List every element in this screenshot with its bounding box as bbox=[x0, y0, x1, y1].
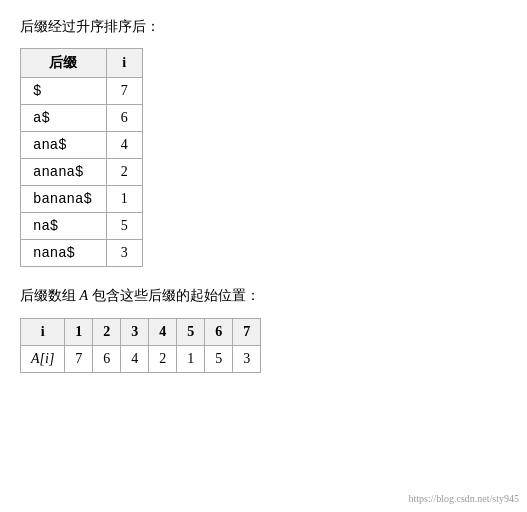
array-value-cell: 5 bbox=[205, 345, 233, 372]
suffix-table-row: na$5 bbox=[21, 213, 143, 240]
array-col-header: 3 bbox=[121, 318, 149, 345]
i-cell: 4 bbox=[106, 132, 142, 159]
i-cell: 6 bbox=[106, 105, 142, 132]
suffix-cell: nana$ bbox=[21, 240, 107, 267]
suffix-cell: a$ bbox=[21, 105, 107, 132]
section2-title-suffix: 包含这些后缀的起始位置： bbox=[92, 288, 260, 303]
col-header-suffix: 后缀 bbox=[21, 49, 107, 78]
array-value-cell: 3 bbox=[233, 345, 261, 372]
array-col-header: 2 bbox=[93, 318, 121, 345]
array-col-header: 7 bbox=[233, 318, 261, 345]
array-values-row: A[i]7642153 bbox=[21, 345, 261, 372]
array-value-cell: 6 bbox=[93, 345, 121, 372]
i-cell: 1 bbox=[106, 186, 142, 213]
suffix-table-row: nana$3 bbox=[21, 240, 143, 267]
suffix-cell: anana$ bbox=[21, 159, 107, 186]
suffix-cell: na$ bbox=[21, 213, 107, 240]
suffix-table-row: ana$4 bbox=[21, 132, 143, 159]
suffix-table: 后缀 i $7a$6ana$4anana$2banana$1na$5nana$3 bbox=[20, 48, 143, 267]
suffix-table-row: banana$1 bbox=[21, 186, 143, 213]
section2-title-var: A bbox=[80, 288, 89, 303]
section1-title: 后缀经过升序排序后： bbox=[20, 16, 507, 38]
array-header-row: i1234567 bbox=[21, 318, 261, 345]
col-header-i: i bbox=[106, 49, 142, 78]
array-col-header: 5 bbox=[177, 318, 205, 345]
i-cell: 2 bbox=[106, 159, 142, 186]
suffix-table-row: $7 bbox=[21, 78, 143, 105]
section1-title-text: 后缀经过升序排序后： bbox=[20, 19, 160, 34]
array-row-label: A[i] bbox=[21, 345, 65, 372]
array-i-header: i bbox=[21, 318, 65, 345]
array-table: i1234567A[i]7642153 bbox=[20, 318, 261, 373]
suffix-table-row: anana$2 bbox=[21, 159, 143, 186]
section2-title: 后缀数组 A 包含这些后缀的起始位置： bbox=[20, 285, 507, 307]
array-value-cell: 7 bbox=[65, 345, 93, 372]
array-value-cell: 1 bbox=[177, 345, 205, 372]
suffix-cell: $ bbox=[21, 78, 107, 105]
i-cell: 5 bbox=[106, 213, 142, 240]
i-cell: 3 bbox=[106, 240, 142, 267]
suffix-cell: banana$ bbox=[21, 186, 107, 213]
section2-title-prefix: 后缀数组 bbox=[20, 288, 76, 303]
array-value-cell: 2 bbox=[149, 345, 177, 372]
i-cell: 7 bbox=[106, 78, 142, 105]
array-value-cell: 4 bbox=[121, 345, 149, 372]
array-col-header: 6 bbox=[205, 318, 233, 345]
array-col-header: 1 bbox=[65, 318, 93, 345]
suffix-table-row: a$6 bbox=[21, 105, 143, 132]
array-col-header: 4 bbox=[149, 318, 177, 345]
suffix-table-header-row: 后缀 i bbox=[21, 49, 143, 78]
suffix-cell: ana$ bbox=[21, 132, 107, 159]
